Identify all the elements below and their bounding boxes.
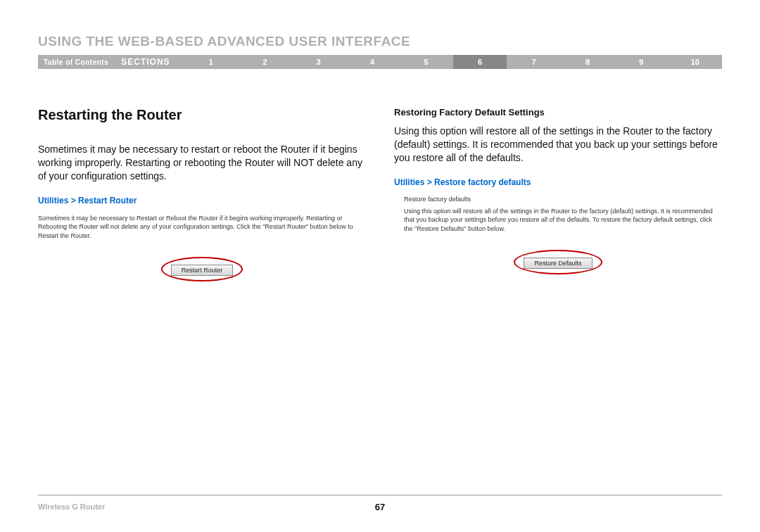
subheading-restore: Restoring Factory Default Settings: [394, 107, 722, 118]
nav-section-7[interactable]: 7: [507, 58, 560, 66]
utilities-restart-link[interactable]: Utilities > Restart Router: [38, 196, 366, 205]
nav-sections-label: SECTIONS: [121, 57, 184, 67]
section-nav-bar: Table of Contents SECTIONS 1 2 3 4 5 6 7…: [38, 55, 722, 69]
footer-page-number: 67: [375, 502, 385, 512]
restart-router-button[interactable]: Restart Router: [171, 265, 234, 276]
restore-small-text: Using this option will restore all of th…: [394, 207, 722, 234]
restore-small-heading: Restore factory defaults: [394, 196, 722, 203]
section-heading-restart: Restarting the Router: [38, 107, 366, 123]
nav-section-10[interactable]: 10: [669, 58, 722, 66]
nav-section-4[interactable]: 4: [346, 58, 399, 66]
nav-section-2[interactable]: 2: [238, 58, 291, 66]
utilities-restore-link[interactable]: Utilities > Restore factory defaults: [394, 177, 722, 187]
nav-toc-link[interactable]: Table of Contents: [38, 58, 121, 66]
nav-section-9[interactable]: 9: [614, 58, 668, 66]
nav-section-6[interactable]: 6: [453, 55, 507, 69]
restart-small-text: Sometimes it may be necessary to Restart…: [38, 214, 366, 241]
restore-defaults-button[interactable]: Restore Defaults: [524, 258, 592, 269]
nav-section-3[interactable]: 3: [291, 58, 345, 66]
left-column: Restarting the Router Sometimes it may b…: [38, 107, 366, 281]
restart-button-highlight: Restart Router: [161, 257, 243, 281]
restart-body-text: Sometimes it may be necessary to restart…: [38, 143, 366, 183]
nav-section-5[interactable]: 5: [399, 58, 452, 66]
page-footer: Wireless G Router 67: [38, 495, 722, 511]
restore-body-text: Using this option will restore all of th…: [394, 125, 722, 165]
right-column: Restoring Factory Default Settings Using…: [394, 107, 722, 281]
page-chapter-title: USING THE WEB-BASED ADVANCED USER INTERF…: [38, 34, 722, 49]
nav-section-1[interactable]: 1: [184, 58, 238, 66]
restore-button-highlight: Restore Defaults: [514, 250, 602, 274]
footer-product-name: Wireless G Router: [38, 502, 105, 511]
nav-section-8[interactable]: 8: [561, 58, 614, 66]
